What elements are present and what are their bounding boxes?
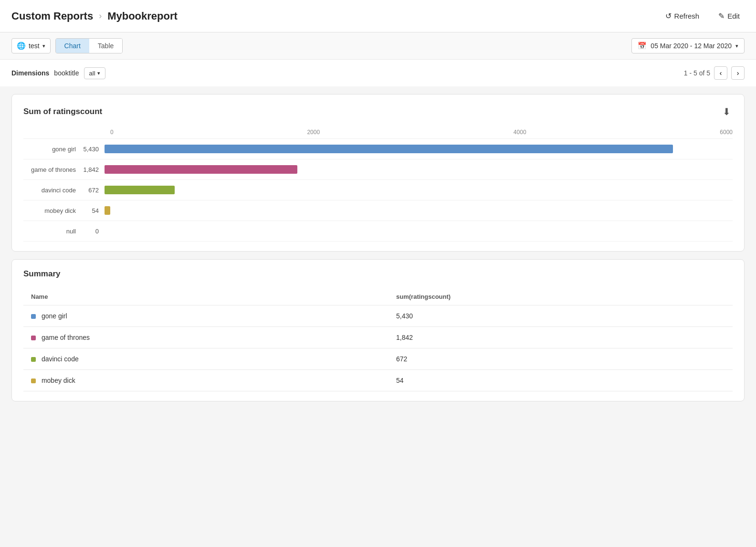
chart-row: mobey dick 54: [23, 200, 733, 221]
axis-label-0: 0: [110, 129, 114, 136]
col-value-header: sum(ratingscount): [388, 288, 733, 305]
row-value: 0: [81, 228, 105, 235]
refresh-button[interactable]: ↺ Refresh: [661, 9, 704, 23]
edit-label: Edit: [727, 12, 740, 20]
row-book-label: mobey dick: [42, 377, 75, 384]
breadcrumb: Custom Reports › Mybookreport: [11, 10, 178, 22]
table-row: gone girl 5,430: [23, 305, 733, 327]
table-cell-value: 54: [388, 370, 733, 391]
color-dot-pink: [31, 336, 36, 340]
filter-value: all: [89, 70, 95, 77]
table-cell-name: game of thrones: [23, 327, 388, 348]
chevron-left-icon: ‹: [720, 69, 722, 77]
dimensions-filter[interactable]: all ▾: [84, 67, 105, 79]
refresh-label: Refresh: [674, 12, 700, 20]
row-label: null: [23, 228, 81, 235]
dimensions-label: Dimensions: [11, 69, 49, 77]
chevron-down-icon: ▾: [42, 43, 45, 49]
download-icon: ⬇: [723, 106, 731, 117]
breadcrumb-child: Mybookreport: [107, 10, 178, 22]
bar-mobey-dick: [105, 206, 110, 215]
tab-table[interactable]: Table: [89, 39, 122, 53]
summary-title: Summary: [23, 269, 60, 279]
pagination: 1 - 5 of 5 ‹ ›: [684, 66, 745, 80]
bar-area: [105, 205, 733, 216]
chart-card-header: Sum of ratingscount ⬇: [23, 104, 733, 119]
bar-game-of-thrones: [105, 165, 297, 174]
summary-card: Summary Name sum(ratingscount) gone girl…: [11, 259, 745, 401]
chart-row: null 0: [23, 221, 733, 242]
pagination-text: 1 - 5 of 5: [684, 69, 710, 77]
row-value: 672: [81, 187, 105, 194]
row-value: 54: [81, 207, 105, 214]
tab-chart[interactable]: Chart: [56, 39, 89, 53]
globe-icon: 🌐: [17, 42, 26, 50]
table-row: mobey dick 54: [23, 370, 733, 391]
row-book-label: davinci code: [42, 355, 79, 363]
bar-area: [105, 226, 733, 236]
row-value: 1,842: [81, 166, 105, 173]
date-range-label: 05 Mar 2020 - 12 Mar 2020: [651, 42, 732, 50]
env-label: test: [29, 42, 40, 50]
breadcrumb-parent[interactable]: Custom Reports: [11, 10, 93, 22]
table-cell-value: 1,842: [388, 327, 733, 348]
chevron-down-icon: ▾: [735, 43, 738, 49]
chevron-right-icon: ›: [737, 69, 739, 77]
bar-area: [105, 144, 733, 154]
chart-row: gone girl 5,430: [23, 138, 733, 159]
color-dot-gold: [31, 379, 36, 383]
edit-button[interactable]: ✎ Edit: [714, 9, 745, 23]
dimensions-field: booktitle: [54, 69, 79, 77]
download-button[interactable]: ⬇: [721, 104, 733, 119]
table-cell-name: mobey dick: [23, 370, 388, 391]
row-book-label: gone girl: [42, 312, 67, 320]
dimensions-bar: Dimensions booktitle all ▾ 1 - 5 of 5 ‹ …: [0, 60, 756, 86]
main-content: Sum of ratingscount ⬇ 0 2000 4000 6000 g…: [0, 86, 756, 409]
chevron-down-icon: ▾: [97, 70, 100, 76]
chart-row: davinci code 672: [23, 179, 733, 200]
table-cell-name: davinci code: [23, 348, 388, 370]
calendar-icon: 📅: [638, 42, 647, 50]
table-row: game of thrones 1,842: [23, 327, 733, 348]
dimensions-left: Dimensions booktitle all ▾: [11, 67, 105, 79]
row-label: game of thrones: [23, 166, 81, 173]
axis-label-6000: 6000: [720, 129, 733, 136]
color-dot-blue: [31, 314, 36, 319]
axis-label-4000: 4000: [514, 129, 526, 136]
chart-rows: gone girl 5,430 game of thrones 1,842 da…: [23, 138, 733, 242]
header-actions: ↺ Refresh ✎ Edit: [661, 9, 745, 23]
header: Custom Reports › Mybookreport ↺ Refresh …: [0, 0, 756, 32]
bar-area: [105, 164, 733, 175]
summary-table: Name sum(ratingscount) gone girl 5,430 g…: [23, 288, 733, 391]
bar-davinci-code: [105, 186, 175, 194]
refresh-icon: ↺: [665, 11, 672, 21]
row-label: davinci code: [23, 187, 81, 194]
edit-icon: ✎: [718, 11, 724, 21]
toolbar-left: 🌐 test ▾ Chart Table: [11, 38, 123, 53]
col-name-header: Name: [23, 288, 388, 305]
table-cell-value: 672: [388, 348, 733, 370]
summary-card-header: Summary: [23, 269, 733, 279]
breadcrumb-separator: ›: [99, 11, 102, 21]
table-cell-name: gone girl: [23, 305, 388, 327]
view-tabs: Chart Table: [55, 38, 123, 53]
prev-page-button[interactable]: ‹: [714, 66, 727, 80]
toolbar: 🌐 test ▾ Chart Table 📅 05 Mar 2020 - 12 …: [0, 32, 756, 60]
row-label: mobey dick: [23, 207, 81, 214]
bar-gone-girl: [105, 145, 673, 153]
chart-card: Sum of ratingscount ⬇ 0 2000 4000 6000 g…: [11, 94, 745, 252]
bar-area: [105, 185, 733, 195]
table-cell-value: 5,430: [388, 305, 733, 327]
chart-row: game of thrones 1,842: [23, 159, 733, 179]
row-book-label: game of thrones: [42, 334, 90, 341]
date-range-selector[interactable]: 📅 05 Mar 2020 - 12 Mar 2020 ▾: [631, 38, 745, 53]
color-dot-green: [31, 357, 36, 362]
next-page-button[interactable]: ›: [731, 66, 745, 80]
row-label: gone girl: [23, 146, 81, 153]
row-value: 5,430: [81, 146, 105, 153]
env-selector[interactable]: 🌐 test ▾: [11, 38, 51, 53]
chart-title: Sum of ratingscount: [23, 107, 102, 116]
table-row: davinci code 672: [23, 348, 733, 370]
axis-label-2000: 2000: [307, 129, 320, 136]
